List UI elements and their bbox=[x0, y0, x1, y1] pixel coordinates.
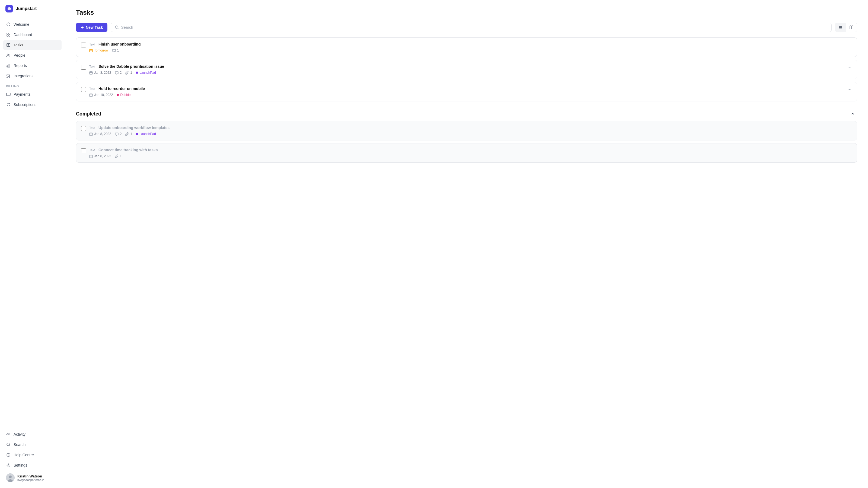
attachment-count: 1 bbox=[120, 154, 122, 158]
attachment-count: 1 bbox=[130, 71, 132, 74]
search-wrapper bbox=[111, 23, 832, 32]
app-name: Jumpstart bbox=[16, 6, 37, 11]
due-date: Jan 8, 2022 bbox=[94, 154, 111, 158]
view-toggle bbox=[835, 23, 857, 32]
task-title: Hold to reorder on mobile bbox=[98, 87, 145, 91]
task-checkbox[interactable] bbox=[81, 126, 86, 131]
task-due: Jan 8, 2022 bbox=[89, 154, 111, 158]
attachment-icon bbox=[125, 71, 129, 74]
comment-icon bbox=[115, 132, 119, 136]
sidebar-label: Payments bbox=[13, 92, 30, 97]
tag-dot bbox=[136, 133, 138, 135]
task-comments: 2 bbox=[115, 71, 122, 74]
task-more-button[interactable]: ··· bbox=[846, 41, 853, 48]
sidebar-item-help-centre[interactable]: Help Centre bbox=[3, 450, 62, 460]
svg-point-22 bbox=[9, 476, 12, 478]
svg-rect-45 bbox=[90, 133, 93, 135]
refresh-icon bbox=[6, 102, 11, 107]
sidebar-label: Activity bbox=[13, 432, 26, 436]
comment-count: 2 bbox=[120, 71, 122, 74]
main-content: Tasks New Task bbox=[65, 0, 868, 488]
credit-card-icon bbox=[6, 92, 11, 97]
sidebar-item-welcome[interactable]: Welcome bbox=[3, 20, 62, 29]
svg-marker-0 bbox=[8, 7, 11, 10]
sidebar-label: Subscriptions bbox=[13, 102, 36, 107]
sidebar-item-subscriptions[interactable]: Subscriptions bbox=[3, 100, 62, 109]
task-checkbox[interactable] bbox=[81, 87, 86, 92]
sidebar-item-people[interactable]: People bbox=[3, 51, 62, 60]
svg-rect-37 bbox=[90, 72, 93, 74]
sidebar-item-reports[interactable]: Reports bbox=[3, 61, 62, 70]
sidebar-label: Tasks bbox=[13, 43, 23, 47]
task-content: Text Connect time tracking with tasks Ja… bbox=[89, 148, 852, 158]
task-type: Text bbox=[89, 87, 95, 91]
task-checkbox[interactable] bbox=[81, 42, 86, 47]
avatar bbox=[6, 474, 14, 482]
task-type: Text bbox=[89, 65, 95, 69]
task-comments: 2 bbox=[115, 132, 122, 136]
tasks-icon bbox=[6, 42, 11, 47]
task-type: Text bbox=[89, 126, 95, 130]
task-title: Finish user onboarding bbox=[98, 42, 141, 46]
completed-section-header: Completed bbox=[76, 110, 857, 117]
user-more-icon: ··· bbox=[55, 475, 59, 481]
search-input[interactable] bbox=[121, 25, 828, 30]
svg-rect-4 bbox=[7, 35, 8, 36]
svg-rect-2 bbox=[7, 33, 8, 34]
new-task-button[interactable]: New Task bbox=[76, 23, 107, 32]
sidebar-label: Settings bbox=[13, 463, 27, 467]
sidebar-item-settings[interactable]: Settings bbox=[3, 460, 62, 470]
task-meta: Jan 8, 2022 2 1 bbox=[89, 132, 852, 136]
sidebar-item-dashboard[interactable]: Dashboard bbox=[3, 30, 62, 40]
puzzle-icon bbox=[6, 73, 11, 78]
task-row: Text Hold to reorder on mobile Jan 10, 2… bbox=[76, 82, 857, 101]
svg-rect-14 bbox=[6, 93, 10, 96]
user-profile-row[interactable]: Kristin Watson kw@saaspatterns.io ··· bbox=[3, 470, 62, 485]
sidebar-item-search[interactable]: Search bbox=[3, 440, 62, 450]
tag-dot bbox=[136, 72, 138, 74]
sidebar: Jumpstart Welcome Dashboard bbox=[0, 0, 65, 488]
sidebar-label: People bbox=[13, 53, 26, 58]
calendar-icon bbox=[89, 93, 93, 97]
task-checkbox[interactable] bbox=[81, 148, 86, 153]
sidebar-item-tasks[interactable]: Tasks bbox=[3, 40, 62, 50]
app-logo[interactable]: Jumpstart bbox=[0, 0, 65, 18]
task-type: Text bbox=[89, 42, 95, 46]
due-date: Jan 8, 2022 bbox=[94, 132, 111, 136]
task-content: Text Finish user onboarding Tomorrow bbox=[89, 42, 852, 52]
svg-point-16 bbox=[7, 443, 9, 446]
tag-dot bbox=[117, 94, 119, 96]
sidebar-item-integrations[interactable]: Integrations bbox=[3, 71, 62, 81]
billing-section-label: BILLING bbox=[3, 82, 62, 89]
task-more-button[interactable]: ··· bbox=[846, 64, 853, 70]
task-due: Jan 10, 2022 bbox=[89, 93, 113, 97]
list-view-button[interactable] bbox=[835, 23, 846, 32]
sidebar-nav: Welcome Dashboard Tasks bbox=[0, 18, 65, 426]
circle-icon bbox=[6, 22, 11, 27]
task-content: Text Update onboarding workflow template… bbox=[89, 126, 852, 136]
tag-label: LaunchPad bbox=[140, 132, 156, 136]
svg-rect-41 bbox=[90, 94, 93, 97]
sidebar-label: Help Centre bbox=[13, 453, 34, 457]
task-more-button[interactable]: ··· bbox=[846, 86, 853, 93]
svg-point-19 bbox=[8, 456, 9, 456]
svg-rect-13 bbox=[9, 64, 10, 67]
sidebar-item-payments[interactable]: Payments bbox=[3, 90, 62, 99]
help-circle-icon bbox=[6, 453, 11, 457]
sidebar-item-activity[interactable]: Activity bbox=[3, 429, 62, 439]
task-tag: LaunchPad bbox=[136, 132, 156, 136]
task-meta: Jan 8, 2022 1 bbox=[89, 154, 852, 158]
search-icon bbox=[115, 25, 119, 30]
completed-collapse-button[interactable] bbox=[848, 110, 857, 117]
svg-rect-6 bbox=[7, 43, 10, 46]
task-tag: Dabble bbox=[117, 93, 130, 97]
grid-view-button[interactable] bbox=[846, 23, 857, 32]
sidebar-label: Reports bbox=[13, 63, 27, 68]
page-title: Tasks bbox=[76, 9, 857, 16]
task-checkbox[interactable] bbox=[81, 65, 86, 70]
attachment-icon bbox=[115, 155, 119, 158]
user-name: Kristin Watson bbox=[18, 474, 52, 478]
list-icon bbox=[838, 25, 843, 30]
task-attachments: 1 bbox=[125, 132, 132, 136]
users-icon bbox=[6, 53, 11, 58]
